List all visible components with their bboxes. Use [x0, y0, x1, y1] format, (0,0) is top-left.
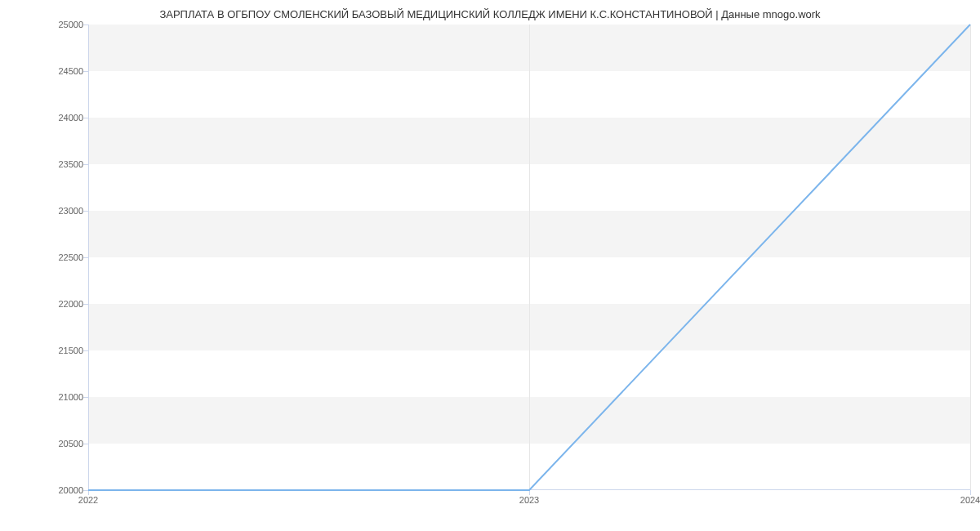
- y-axis-tick-label: 20000: [18, 485, 83, 495]
- x-axis-tick-label: 2023: [519, 495, 539, 505]
- y-axis-tick-label: 22000: [18, 299, 83, 309]
- y-axis-tick-label: 22500: [18, 252, 83, 262]
- chart-container: ЗАРПЛАТА В ОГБПОУ СМОЛЕНСКИЙ БАЗОВЫЙ МЕД…: [0, 0, 980, 531]
- y-axis-tick-label: 21500: [18, 346, 83, 355]
- y-axis-tick-label: 24500: [18, 66, 83, 76]
- y-axis-tick-label: 24000: [18, 113, 83, 123]
- y-axis-tick-label: 21000: [18, 392, 83, 402]
- x-axis-tick-label: 2024: [960, 495, 980, 505]
- chart-title: ЗАРПЛАТА В ОГБПОУ СМОЛЕНСКИЙ БАЗОВЫЙ МЕД…: [0, 8, 980, 20]
- data-line: [88, 25, 970, 490]
- y-axis-tick-label: 23000: [18, 206, 83, 216]
- plot-area: [88, 25, 970, 490]
- y-axis-tick-label: 23500: [18, 159, 83, 169]
- y-axis-tick-label: 25000: [18, 20, 83, 29]
- x-gridline: [970, 25, 971, 490]
- x-axis-tick-label: 2022: [78, 495, 98, 505]
- y-axis-tick-label: 20500: [18, 439, 83, 448]
